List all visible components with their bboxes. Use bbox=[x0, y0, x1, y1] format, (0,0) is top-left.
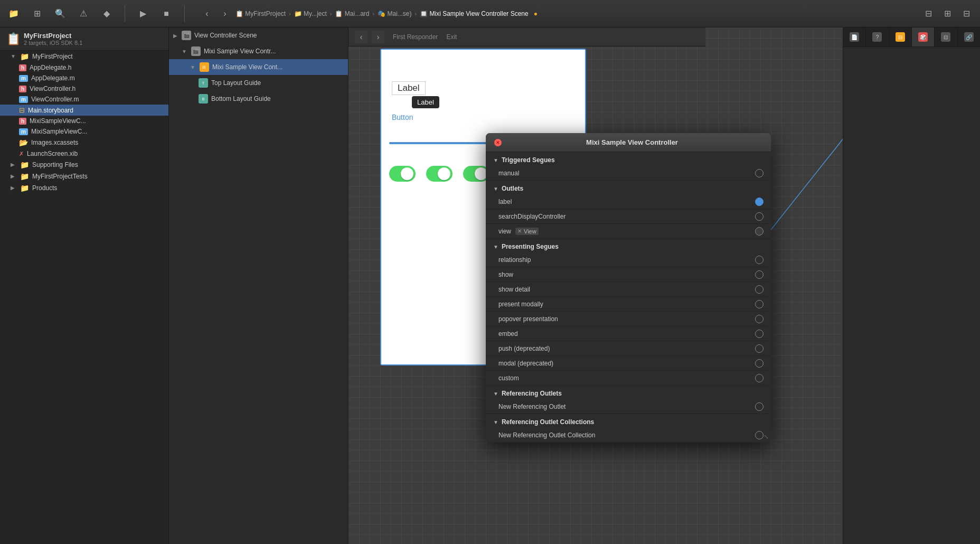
section-triggered-segues[interactable]: ▼ Triggered Segues bbox=[486, 152, 771, 166]
sb-item-mixisample-scene[interactable]: ▼ 🎬 Mixi Sample View Contr... bbox=[169, 43, 348, 59]
view-tag: ✕ View bbox=[515, 228, 539, 235]
breadcrumb-item-vc[interactable]: 🔲 Mixi Sample View Controller Scene bbox=[420, 10, 529, 17]
section-referencing-collections[interactable]: ▼ Referencing Outlet Collections bbox=[486, 414, 771, 428]
file-item-main-storyboard[interactable]: ⊟ Main.storyboard bbox=[0, 105, 168, 116]
file-item-viewcontroller-m[interactable]: m ViewController.m bbox=[0, 94, 168, 105]
section-referencing-outlets[interactable]: ▼ Referencing Outlets bbox=[486, 386, 771, 399]
file-item-mixisample-m[interactable]: m MixiSampleViewC... bbox=[0, 126, 168, 137]
canvas-nav-forward[interactable]: › bbox=[372, 31, 384, 43]
connection-circle-popover[interactable] bbox=[755, 315, 764, 323]
toggle-2[interactable] bbox=[426, 166, 453, 182]
section-presenting-segues[interactable]: ▼ Presenting Segues bbox=[486, 239, 771, 252]
row-embed[interactable]: embed bbox=[486, 326, 771, 341]
run-button[interactable]: ▶ bbox=[136, 6, 150, 21]
grid-icon[interactable]: ⊞ bbox=[30, 6, 44, 21]
connection-circle-modal[interactable] bbox=[755, 359, 764, 368]
connection-circle-manual[interactable] bbox=[755, 169, 764, 177]
breadcrumb-item-storyboard[interactable]: 📋 Mai...ard bbox=[335, 10, 369, 17]
connection-circle-present-modally[interactable] bbox=[755, 300, 764, 308]
connection-circle-show[interactable] bbox=[755, 270, 764, 279]
connection-circle-view[interactable] bbox=[755, 227, 764, 236]
breadcrumb-item-scene[interactable]: 🎭 Mai...se) bbox=[378, 10, 411, 17]
file-group-tests[interactable]: ▶ 📁 MyFirstProjectTests bbox=[0, 171, 168, 182]
sb-item-scene[interactable]: ▶ 🎬 View Controller Scene bbox=[169, 27, 348, 43]
row-label-outlet[interactable]: label bbox=[486, 194, 771, 209]
section-outlets[interactable]: ▼ Outlets bbox=[486, 181, 771, 194]
file-group-products[interactable]: ▶ 📁 Products bbox=[0, 182, 168, 194]
file-item-launchscreen[interactable]: ✗ LaunchScreen.xib bbox=[0, 148, 168, 159]
row-push-deprecated[interactable]: push (deprecated) bbox=[486, 341, 771, 356]
row-label-relationship: relationship bbox=[498, 256, 531, 264]
file-item-images-xcassets[interactable]: 📂 Images.xcassets bbox=[0, 137, 168, 148]
row-present-modally[interactable]: present modally bbox=[486, 297, 771, 312]
view-toggle-3[interactable]: ⊟ bbox=[959, 6, 974, 21]
folder-icon[interactable]: 📁 bbox=[6, 6, 21, 21]
breadcrumb-item-folder[interactable]: 📁 My...ject bbox=[294, 10, 327, 17]
row-new-referencing-outlet[interactable]: New Referencing Outlet bbox=[486, 399, 771, 414]
panel-close-button[interactable]: ✕ bbox=[494, 139, 502, 146]
row-popover[interactable]: popover presentation bbox=[486, 312, 771, 326]
tab-identity[interactable]: ⊟ bbox=[889, 27, 912, 46]
connection-circle-show-detail[interactable] bbox=[755, 285, 764, 294]
nav-back-button[interactable]: ‹ bbox=[200, 6, 214, 21]
sb-item-top-layout[interactable]: T Top Layout Guide bbox=[169, 75, 348, 91]
file-item-viewcontroller-h[interactable]: h ViewController.h bbox=[0, 83, 168, 94]
sb-item-label-scene: View Controller Scene bbox=[194, 32, 257, 39]
row-show[interactable]: show bbox=[486, 267, 771, 282]
canvas-nav-back[interactable]: ‹ bbox=[355, 31, 368, 43]
row-manual[interactable]: manual bbox=[486, 166, 771, 181]
project-header: 📋 MyFirstProject 2 targets, iOS SDK 8.1 bbox=[0, 27, 168, 51]
breadcrumb-item-project[interactable]: 📋 MyFirstProject bbox=[235, 10, 286, 17]
ui-button[interactable]: Button bbox=[392, 113, 413, 121]
label-tooltip: Label bbox=[412, 96, 439, 108]
row-modal-deprecated[interactable]: modal (deprecated) bbox=[486, 356, 771, 371]
file-item-mixisample-h[interactable]: h MixiSampleViewC... bbox=[0, 116, 168, 126]
tab-connections[interactable]: 🔗 bbox=[958, 27, 980, 46]
diamond-icon[interactable]: ◆ bbox=[99, 6, 114, 21]
row-label-view: view bbox=[498, 228, 511, 235]
file-type-badge-m2: m bbox=[19, 96, 28, 103]
connection-circle-relationship[interactable] bbox=[755, 256, 764, 264]
warning-icon[interactable]: ⚠ bbox=[76, 6, 91, 21]
connection-circle-new-ref[interactable] bbox=[755, 402, 764, 411]
sb-item-label-mixisample: Mixi Sample View Contr... bbox=[204, 48, 276, 55]
sb-item-mixisample-vc[interactable]: ▼ ⊟ Mixi Sample View Cont... bbox=[169, 59, 348, 75]
folder-icon-4: 📁 bbox=[20, 184, 29, 192]
connection-circle-search[interactable] bbox=[755, 212, 764, 221]
connection-circle-new-collection[interactable] bbox=[755, 431, 764, 439]
stop-button[interactable]: ■ bbox=[159, 6, 174, 21]
connection-circle-push[interactable] bbox=[755, 344, 764, 353]
view-toggle-1[interactable]: ⊟ bbox=[921, 6, 936, 21]
file-item-appdelegate-h[interactable]: h AppDelegate.h bbox=[0, 62, 168, 73]
tab-quick-help[interactable]: ? bbox=[866, 27, 889, 46]
row-custom[interactable]: custom bbox=[486, 371, 771, 386]
resize-handle[interactable]: ⤡ bbox=[764, 433, 769, 440]
canvas-toolbar: ‹ › First Responder Exit bbox=[348, 27, 705, 46]
connection-circle-custom[interactable] bbox=[755, 374, 764, 382]
tab-size[interactable]: ⊡ bbox=[935, 27, 957, 46]
tab-attributes[interactable]: 🎲 bbox=[912, 27, 935, 46]
tab-file-inspector[interactable]: 📄 bbox=[843, 27, 866, 46]
file-group-supporting[interactable]: ▶ 📁 Supporting Files bbox=[0, 159, 168, 171]
toolbar-sep-1 bbox=[125, 5, 125, 22]
sb-item-bottom-layout[interactable]: B Bottom Layout Guide bbox=[169, 91, 348, 107]
view-tag-x-icon[interactable]: ✕ bbox=[517, 228, 522, 234]
quick-help-icon: ? bbox=[872, 32, 882, 42]
project-subtitle: 2 targets, iOS SDK 8.1 bbox=[24, 40, 82, 46]
connection-circle-embed[interactable] bbox=[755, 330, 764, 338]
view-toggle-2[interactable]: ⊞ bbox=[940, 6, 955, 21]
row-new-referencing-collection[interactable]: New Referencing Outlet Collection bbox=[486, 428, 771, 443]
row-view[interactable]: view ✕ View bbox=[486, 224, 771, 239]
file-item-appdelegate-m[interactable]: m AppDelegate.m bbox=[0, 73, 168, 83]
connection-circle-label[interactable] bbox=[755, 198, 764, 206]
ui-label[interactable]: Label bbox=[392, 81, 426, 95]
breadcrumb: ‹ › 📋 MyFirstProject › 📁 My...ject › 📋 M… bbox=[200, 6, 912, 21]
search-icon[interactable]: 🔍 bbox=[53, 6, 68, 21]
row-searchdisplay[interactable]: searchDisplayController bbox=[486, 209, 771, 224]
file-group-myfirstproject[interactable]: ▼ 📁 MyFirstProject bbox=[0, 51, 168, 62]
breadcrumb-item-indicator: ● bbox=[534, 10, 538, 17]
toggle-1[interactable] bbox=[389, 166, 416, 182]
nav-forward-button[interactable]: › bbox=[218, 6, 232, 21]
row-relationship[interactable]: relationship bbox=[486, 252, 771, 267]
row-show-detail[interactable]: show detail bbox=[486, 282, 771, 297]
